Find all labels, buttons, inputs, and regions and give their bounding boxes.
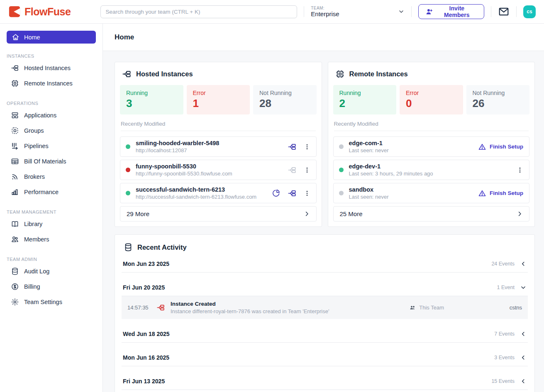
sidebar-item-audit-log[interactable]: Audit Log bbox=[0, 263, 102, 279]
activity-group-header[interactable]: Mon Jun 23 2025 24 Events bbox=[122, 257, 528, 273]
sidebar-item-brokers[interactable]: Brokers bbox=[0, 169, 102, 184]
instance-name: funny-spoonbill-5530 bbox=[136, 163, 288, 170]
event-time: 14:57:35 bbox=[127, 304, 151, 311]
activity-event-count: 24 Events bbox=[491, 261, 515, 267]
search-input[interactable] bbox=[100, 5, 298, 18]
sidebar-item-label: Applications bbox=[24, 112, 56, 119]
sidebar-item-groups[interactable]: Groups bbox=[0, 123, 102, 138]
team-selector[interactable]: TEAM: Enterprise bbox=[311, 6, 404, 17]
hosted-instance-row[interactable]: smiling-hooded-warbler-5498 http://local… bbox=[120, 136, 317, 157]
instance-last-seen: Last seen: 3 hours, 29 minutes ago bbox=[349, 170, 517, 177]
stat-label: Running bbox=[126, 90, 177, 96]
sidebar-item-library[interactable]: Library bbox=[0, 216, 102, 231]
chevron-left-icon bbox=[520, 331, 526, 337]
sidebar-item-label: Pipelines bbox=[24, 143, 49, 149]
sidebar-item-label: Team Settings bbox=[24, 299, 62, 305]
remote-stat-not-running: Not Running 26 bbox=[466, 85, 530, 114]
sidebar-item-label: Hosted Instances bbox=[24, 65, 71, 71]
hosted-more-link[interactable]: 29 More bbox=[120, 206, 317, 222]
activity-event-count: 7 Events bbox=[494, 331, 515, 337]
more-label: 29 More bbox=[127, 210, 149, 217]
kebab-menu-icon[interactable] bbox=[304, 190, 310, 197]
notifications-mail-button[interactable] bbox=[498, 6, 510, 17]
kebab-menu-icon[interactable] bbox=[304, 166, 310, 174]
activity-group-header[interactable]: Fri Jun 20 2025 1 Event bbox=[122, 280, 528, 296]
activity-group-header[interactable]: Wed Jun 18 2025 7 Events bbox=[122, 327, 528, 343]
event-title: Instance Created bbox=[171, 301, 404, 307]
remote-card-title: Remote Instances bbox=[349, 70, 408, 78]
event-scope: This Team bbox=[409, 304, 444, 311]
remote-instance-row[interactable]: sandbox Last seen: never Finish Setup bbox=[333, 183, 530, 203]
sidebar-section-operations: OPERATIONS bbox=[7, 101, 102, 106]
stat-label: Error bbox=[193, 90, 244, 96]
hosted-instance-row[interactable]: funny-spoonbill-5530 http://funny-spoonb… bbox=[120, 160, 317, 180]
sidebar-home-label: Home bbox=[24, 34, 40, 41]
invite-members-button[interactable]: Invite Members bbox=[418, 4, 484, 19]
activity-group-header[interactable]: Fri Jun 13 2025 15 Events bbox=[122, 374, 528, 390]
members-users-icon bbox=[11, 235, 19, 243]
activity-group: Fri Jun 20 2025 1 Event 14:57:35 bbox=[122, 280, 528, 319]
main-area: Home Hosted Instances Running 3 bbox=[103, 24, 544, 392]
open-editor-icon[interactable] bbox=[288, 189, 297, 198]
status-dot-running bbox=[126, 144, 130, 149]
activity-entry[interactable]: 14:57:35 Instance Created Instance diffe… bbox=[122, 296, 528, 319]
sidebar-item-hosted-instances[interactable]: Hosted Instances bbox=[0, 60, 102, 75]
remote-instance-row[interactable]: edge-com-1 Last seen: never Finish Setup bbox=[333, 136, 530, 157]
hosted-card-title: Hosted Instances bbox=[136, 70, 193, 78]
pipelines-icon bbox=[11, 142, 19, 150]
sidebar-item-team-settings[interactable]: Team Settings bbox=[0, 294, 102, 309]
team-label: TEAM: bbox=[311, 6, 339, 10]
sidebar-item-remote-instances[interactable]: Remote Instances bbox=[0, 75, 102, 91]
hosted-instance-row[interactable]: successful-sandwich-tern-6213 http://suc… bbox=[120, 183, 317, 203]
sidebar-item-label: Billing bbox=[24, 283, 40, 290]
user-avatar[interactable]: cs bbox=[523, 5, 536, 18]
groups-icon bbox=[11, 127, 19, 135]
performance-icon bbox=[11, 188, 19, 196]
team-value: Enterprise bbox=[311, 10, 339, 17]
sidebar-item-label: Audit Log bbox=[24, 268, 49, 275]
sidebar-section-instances: INSTANCES bbox=[7, 54, 102, 58]
content: Hosted Instances Running 3 Error 1 Not R… bbox=[103, 51, 544, 392]
sidebar-item-performance[interactable]: Performance bbox=[0, 184, 102, 200]
sidebar: Home INSTANCES Hosted Instances Remote I… bbox=[0, 24, 103, 392]
hosted-instances-icon bbox=[122, 69, 132, 79]
dashboard-pie-icon[interactable] bbox=[272, 189, 281, 197]
sidebar-item-label: Performance bbox=[24, 189, 59, 195]
recently-modified-label: Recently Modified bbox=[334, 121, 529, 131]
chevron-left-icon bbox=[520, 378, 526, 384]
warning-triangle-icon bbox=[478, 143, 486, 151]
sidebar-item-applications[interactable]: Applications bbox=[0, 107, 102, 123]
sidebar-item-pipelines[interactable]: Pipelines bbox=[0, 138, 102, 153]
hosted-stat-not-running: Not Running 28 bbox=[253, 85, 317, 114]
sidebar-item-label: Remote Instances bbox=[24, 80, 73, 87]
remote-instance-row[interactable]: edge-dev-1 Last seen: 3 hours, 29 minute… bbox=[333, 160, 530, 180]
sidebar-item-billing[interactable]: Billing bbox=[0, 279, 102, 294]
activity-group-header[interactable]: Mon Jun 16 2025 3 Events bbox=[122, 351, 528, 366]
instance-last-seen: Last seen: never bbox=[349, 147, 478, 153]
header-divider bbox=[304, 6, 304, 17]
open-editor-icon-disabled bbox=[288, 166, 297, 175]
finish-setup-button[interactable]: Finish Setup bbox=[478, 189, 523, 197]
chevron-down-icon bbox=[520, 285, 526, 290]
kebab-menu-icon[interactable] bbox=[304, 143, 310, 151]
event-scope-label: This Team bbox=[419, 304, 444, 311]
flowfuse-logo[interactable]: FlowFuse bbox=[8, 5, 100, 18]
sidebar-item-members[interactable]: Members bbox=[0, 231, 102, 247]
finish-setup-button[interactable]: Finish Setup bbox=[478, 143, 523, 151]
sidebar-item-home[interactable]: Home bbox=[7, 31, 96, 44]
stat-value: 26 bbox=[473, 97, 524, 110]
sidebar-item-bill-of-materials[interactable]: Bill Of Materials bbox=[0, 153, 102, 169]
user-plus-icon bbox=[425, 8, 433, 16]
gear-icon bbox=[11, 298, 19, 306]
kebab-menu-icon[interactable] bbox=[517, 166, 523, 174]
activity-date: Fri Jun 13 2025 bbox=[123, 378, 165, 385]
remote-more-link[interactable]: 25 More bbox=[333, 206, 530, 222]
top-bar: FlowFuse TEAM: Enterprise Invite Members… bbox=[0, 0, 544, 24]
open-editor-icon[interactable] bbox=[288, 142, 297, 151]
finish-setup-label: Finish Setup bbox=[490, 144, 523, 150]
bill-of-materials-icon bbox=[11, 157, 19, 166]
activity-event-count: 1 Event bbox=[497, 285, 515, 290]
status-dot-running bbox=[126, 191, 130, 195]
page-header: Home bbox=[103, 24, 544, 51]
remote-stat-error: Error 0 bbox=[400, 85, 463, 114]
